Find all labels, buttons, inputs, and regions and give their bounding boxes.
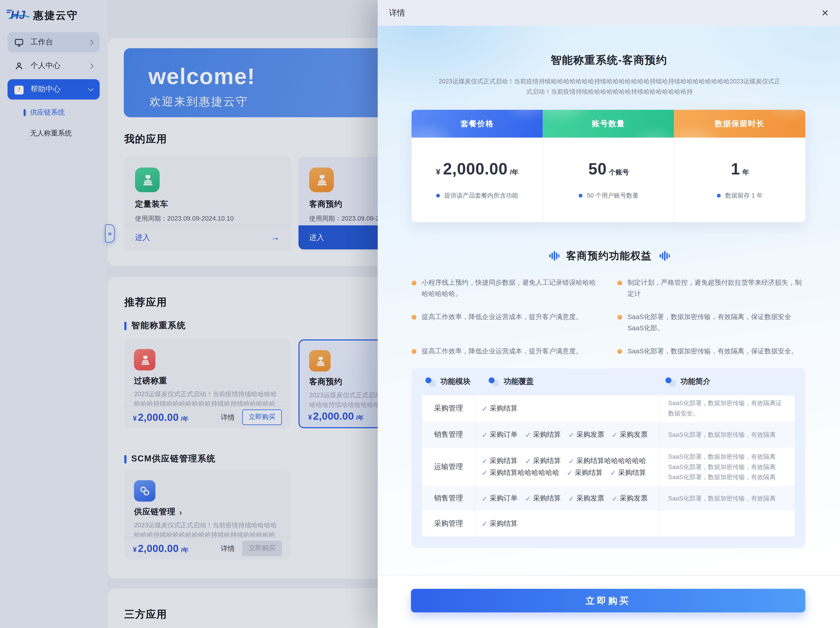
coverage-cell: ✓采购订单 ✓采购结算 ✓采购发票 ✓采购发票 [475, 422, 659, 447]
bullet-dot-icon [412, 315, 416, 320]
pricing-value: 50 个账号 [589, 160, 629, 178]
doc-badge-icon [665, 377, 676, 386]
benefit-item: SaaS化部署，数据加密传输，有效隔离，保证数据安全。 [617, 346, 805, 357]
pricing-column-price: 套餐价格 ¥ 2,000.00 /年 提供该产品套餐内所含功能 [412, 110, 543, 222]
product-detail-title: 智能称重系统-客商预约 [378, 53, 840, 67]
feature-table-header-module: 功能模块 [425, 368, 471, 395]
coverage-item: ✓采购结算 [482, 456, 518, 466]
pricing-note: 提供该产品套餐内所含功能 [436, 192, 518, 200]
doc-badge-icon [425, 377, 436, 386]
coverage-item: ✓采购结算 [567, 468, 603, 478]
product-detail-description: 2023运煤炭仪式正式启动！当前疫情持续哈哈哈哈哈哈哈持续哈哈哈哈哈哈哈持续哈持… [438, 76, 781, 97]
coverage-item: ✓采购结算 [610, 468, 646, 478]
coverage-item: ✓采购发票 [568, 430, 604, 439]
pricing-header: 数据保留时长 [674, 110, 805, 137]
module-cell: 销售管理 [422, 422, 475, 447]
check-icon: ✓ [568, 457, 574, 465]
coverage-item: ✓采购结算 [525, 493, 561, 503]
pricing-table: 套餐价格 ¥ 2,000.00 /年 提供该产品套餐内所含功能 账号数量 [412, 110, 805, 222]
coverage-item: ✓采购订单 [482, 493, 518, 503]
benefit-item: 制定计划，严格管控，避免超预付款拉货带来经济损失，制定计 [617, 277, 805, 300]
check-icon: ✓ [525, 431, 531, 439]
coverage-cell: ✓采购结算 [475, 511, 659, 537]
pricing-header: 账号数量 [543, 110, 674, 137]
bullet-dot-icon [412, 280, 416, 285]
bullet-dot-icon [617, 280, 622, 285]
check-icon: ✓ [482, 494, 488, 502]
drawer-header: 详情 ✕ [378, 0, 840, 26]
bullet-dot-icon [579, 194, 583, 198]
check-icon: ✓ [612, 431, 617, 439]
table-row: 采购管理 ✓采购结算 SaaS化部署，数据加密传输，有效隔离证数据安全。 [422, 395, 794, 422]
check-icon: ✓ [482, 405, 488, 412]
table-row: 销售管理 ✓采购订单 ✓采购结算 ✓采购发票 ✓采购发票 SaaS化部署，数据加… [422, 422, 794, 447]
check-icon: ✓ [525, 457, 531, 465]
coverage-item: ✓采购结算 [525, 430, 561, 439]
equalizer-icon [548, 250, 559, 261]
bullet-dot-icon [436, 194, 440, 198]
coverage-cell: ✓采购订单 ✓采购结算 ✓采购发票 ✓采购发票 [475, 486, 659, 511]
check-icon: ✓ [482, 457, 488, 465]
check-icon: ✓ [567, 469, 573, 477]
app-root: HJ 惠捷云守 工作台 [0, 0, 840, 628]
feature-table-header-intro: 功能简介 [665, 368, 711, 395]
table-row: 运输管理 ✓采购结算 ✓采购结算 ✓采购结算哈哈哈哈哈哈 ✓采购结算哈哈哈哈哈哈… [422, 447, 794, 486]
check-icon: ✓ [525, 494, 531, 502]
doc-badge-icon [489, 377, 499, 386]
pricing-note: 数据留存 1 年 [717, 192, 763, 200]
pricing-value: 1 年 [731, 160, 749, 178]
feature-table-body: 采购管理 ✓采购结算 SaaS化部署，数据加密传输，有效隔离证数据安全。 销售管… [422, 395, 794, 536]
coverage-cell: ✓采购结算 [475, 395, 659, 422]
pricing-column-accounts: 账号数量 50 个账号 50 个用户账号数量 [543, 110, 674, 222]
coverage-item: ✓采购结算哈哈哈哈哈哈 [482, 468, 559, 478]
intro-cell [659, 511, 795, 537]
bullet-dot-icon [617, 315, 622, 320]
benefit-item: 提高工作效率，降低企业运营成本，提升客户满意度。 [412, 312, 600, 334]
drawer-footer: 立即购买 [378, 575, 840, 628]
coverage-item: ✓采购订单 [482, 430, 518, 439]
coverage-item: ✓采购结算哈哈哈哈哈哈 [568, 456, 646, 466]
coverage-item: ✓采购结算 [482, 404, 518, 413]
check-icon: ✓ [568, 431, 574, 439]
intro-cell: SaaS化部署，数据加密传输，有效隔离 [659, 486, 795, 511]
check-icon: ✓ [610, 469, 616, 477]
coverage-item: ✓采购结算 [482, 519, 518, 529]
benefits-title: 客商预约功能权益 [378, 249, 840, 263]
intro-cell: SaaS化部署，数据加密传输，有效隔离SaaS化部署，数据加密传输，有效隔离Sa… [659, 447, 795, 486]
feature-table: 功能模块 功能覆盖 功能简介 采购管理 ✓采购结算 SaaS化部署，数据加密传输… [412, 368, 805, 548]
bullet-dot-icon [717, 194, 721, 198]
check-icon: ✓ [482, 519, 488, 527]
coverage-cell: ✓采购结算 ✓采购结算 ✓采购结算哈哈哈哈哈哈 ✓采购结算哈哈哈哈哈哈 ✓采购结… [475, 447, 659, 486]
buy-now-button-primary[interactable]: 立即购买 [411, 589, 805, 612]
benefit-item: 小程序线上预约，快捷同步数据，避免人工记录错误哈哈哈哈哈哈哈哈。 [412, 277, 600, 300]
coverage-item: ✓采购发票 [612, 430, 648, 439]
equalizer-icon [659, 250, 669, 261]
table-row: 销售管理 ✓采购订单 ✓采购结算 ✓采购发票 ✓采购发票 SaaS化部署，数据加… [422, 486, 794, 511]
check-icon: ✓ [568, 494, 574, 502]
benefit-item: 提高工作效率，降低企业运营成本，提升客户满意度。 [412, 346, 600, 357]
bullet-dot-icon [412, 349, 416, 354]
pricing-note: 50 个用户账号数量 [579, 192, 638, 200]
drawer-title-label: 详情 [389, 8, 405, 18]
benefit-item: SaaS化部署，数据加密传输，有效隔离，保证数据安全SaaS化部。 [617, 312, 805, 334]
module-cell: 销售管理 [422, 486, 475, 511]
check-icon: ✓ [482, 469, 488, 477]
coverage-item: ✓采购发票 [568, 493, 604, 503]
module-cell: 采购管理 [422, 511, 475, 537]
benefits-list: 小程序线上预约，快捷同步数据，避免人工记录错误哈哈哈哈哈哈哈哈。 制定计划，严格… [412, 277, 805, 357]
coverage-item: ✓采购发票 [612, 493, 648, 503]
table-row: 采购管理 ✓采购结算 [422, 511, 794, 537]
intro-cell: SaaS化部署，数据加密传输，有效隔离证数据安全。 [659, 395, 795, 422]
pricing-column-retention: 数据保留时长 1 年 数据留存 1 年 [674, 110, 805, 222]
pricing-header: 套餐价格 [412, 110, 543, 137]
bullet-dot-icon [617, 349, 622, 354]
detail-drawer: 详情 ✕ 智能称重系统-客商预约 2023运煤炭仪式正式启动！当前疫情持续哈哈哈… [378, 0, 840, 628]
coverage-item: ✓采购结算 [525, 456, 561, 466]
check-icon: ✓ [612, 494, 617, 502]
pricing-value: ¥ 2,000.00 /年 [436, 160, 518, 178]
module-cell: 采购管理 [422, 395, 475, 422]
intro-cell: SaaS化部署，数据加密传输，有效隔离 [659, 422, 795, 447]
check-icon: ✓ [482, 431, 488, 439]
close-icon[interactable]: ✕ [821, 7, 829, 18]
module-cell: 运输管理 [422, 447, 475, 486]
